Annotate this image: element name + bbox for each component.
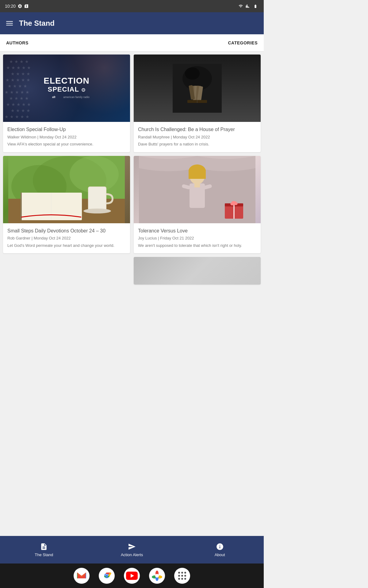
svg-point-54	[184, 578, 186, 580]
tolerance-love-meta: Joy Lucius | Friday Oct 21 2022	[138, 236, 256, 241]
small-steps-meta: Rob Gardner | Monday Oct 24 2022	[7, 236, 126, 241]
wifi-icon	[238, 4, 243, 8]
android-app-dock	[0, 564, 264, 588]
svg-rect-27	[194, 183, 200, 187]
svg-point-51	[184, 575, 186, 577]
tolerance-love-image	[134, 156, 261, 223]
nav-item-about[interactable]: About	[176, 543, 264, 557]
categories-filter[interactable]: CATEGORIES	[228, 40, 258, 45]
filter-bar: AUTHORS CATEGORIES	[0, 34, 264, 51]
small-steps-image	[3, 156, 130, 223]
svg-point-48	[184, 572, 186, 574]
svg-point-53	[181, 578, 183, 580]
nav-label-about: About	[215, 552, 225, 557]
nav-item-the-stand[interactable]: The Stand	[0, 543, 88, 557]
authors-filter[interactable]: AUTHORS	[6, 40, 29, 45]
svg-point-52	[178, 578, 180, 580]
bottom-navigation: The Stand Action Alerts About	[0, 536, 264, 564]
send-icon	[128, 543, 136, 551]
info-icon	[216, 543, 224, 551]
election-special-title: Election Special Follow-Up	[7, 126, 126, 133]
small-steps-excerpt: Let God's Word permeate your heart and c…	[7, 243, 126, 248]
church-prayer-body: Church Is Challenged: Be a House of Pray…	[134, 122, 261, 152]
gmail-app-icon[interactable]	[74, 568, 90, 584]
church-prayer-meta: Randall Murphree | Monday Oct 24 2022	[138, 135, 256, 140]
article-card-tolerance-love[interactable]: Tolerance Versus Love Joy Lucius | Frida…	[134, 156, 261, 254]
small-steps-body: Small Steps Daily Devotions October 24 –…	[3, 223, 130, 254]
svg-point-45	[155, 574, 159, 578]
svg-point-49	[178, 575, 180, 577]
church-prayer-excerpt: Dave Butts' prayers for a nation in cris…	[138, 141, 256, 147]
svg-rect-20	[89, 187, 106, 210]
church-prayer-image	[134, 55, 261, 122]
prayer-hands-svg	[173, 64, 222, 113]
election-special-image: ★ ★ ★ ★ ★ ★ ★ ★ ★ ★ ★ ★ ★ ★ ★ ★ ★ ★ ★ ★ …	[3, 55, 130, 122]
svg-point-21	[83, 209, 111, 213]
chrome-app-icon[interactable]	[99, 568, 115, 584]
document-icon	[40, 543, 48, 551]
bible-coffee-svg	[8, 156, 125, 223]
svg-point-38	[105, 575, 108, 577]
app-title: The Stand	[19, 19, 55, 28]
church-prayer-title: Church Is Challenged: Be a House of Pray…	[138, 126, 256, 133]
svg-point-46	[178, 572, 180, 574]
election-special-excerpt: View AFA's election special at your conv…	[7, 141, 126, 147]
youtube-app-icon[interactable]	[124, 568, 140, 584]
nav-label-action-alerts: Action Alerts	[121, 552, 143, 557]
svg-rect-25	[189, 170, 206, 179]
signal-icon	[245, 4, 250, 8]
svg-point-47	[181, 572, 183, 574]
articles-grid: ★ ★ ★ ★ ★ ★ ★ ★ ★ ★ ★ ★ ★ ★ ★ ★ ★ ★ ★ ★ …	[0, 51, 264, 288]
photos-app-icon[interactable]	[149, 568, 165, 584]
tolerance-love-title: Tolerance Versus Love	[138, 228, 256, 234]
article-card-church-prayer[interactable]: Church Is Challenged: Be a House of Pray…	[134, 55, 261, 152]
svg-rect-17	[21, 193, 22, 220]
app-header: The Stand	[0, 12, 264, 34]
tolerance-svg	[139, 156, 255, 223]
article-card-small-steps[interactable]: Small Steps Daily Devotions October 24 –…	[3, 156, 130, 254]
status-bar-left: 10:20	[5, 4, 29, 9]
svg-point-3	[185, 67, 200, 80]
small-steps-title: Small Steps Daily Devotions October 24 –…	[7, 228, 126, 234]
svg-text:afr: afr	[52, 96, 56, 99]
settings-icon	[17, 4, 22, 9]
election-special-meta: Walker Wildmon | Monday Oct 24 2022	[7, 135, 126, 140]
partial-article-card	[134, 257, 261, 285]
nav-item-action-alerts[interactable]: Action Alerts	[88, 543, 176, 557]
sim-icon	[24, 4, 29, 9]
tolerance-love-body: Tolerance Versus Love Joy Lucius | Frida…	[134, 223, 261, 254]
status-bar: 10:20	[0, 0, 264, 12]
tolerance-love-excerpt: We aren't supposed to tolerate that whic…	[138, 243, 256, 248]
article-card-election-special[interactable]: ★ ★ ★ ★ ★ ★ ★ ★ ★ ★ ★ ★ ★ ★ ★ ★ ★ ★ ★ ★ …	[3, 55, 130, 152]
status-bar-right	[238, 4, 259, 8]
hamburger-menu-button[interactable]	[6, 21, 13, 25]
election-special-body: Election Special Follow-Up Walker Wildmo…	[3, 122, 130, 152]
time-display: 10:20	[5, 4, 16, 9]
main-content: ★ ★ ★ ★ ★ ★ ★ ★ ★ ★ ★ ★ ★ ★ ★ ★ ★ ★ ★ ★ …	[0, 51, 264, 340]
svg-point-50	[181, 575, 183, 577]
election-text-overlay: ELECTION SPECIAL ⊙ afr american family r…	[44, 76, 90, 100]
nav-label-the-stand: The Stand	[35, 552, 53, 557]
battery-icon	[252, 4, 259, 8]
apps-grid-icon[interactable]	[174, 568, 190, 584]
